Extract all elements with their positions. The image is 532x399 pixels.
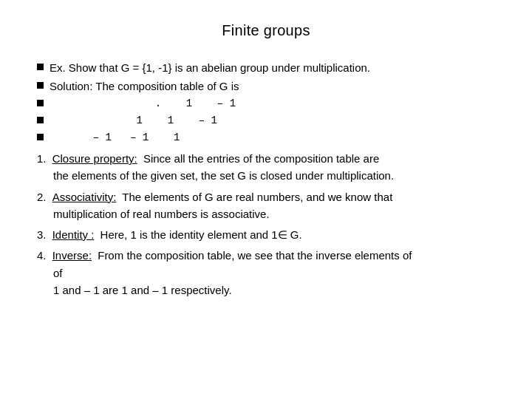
text-2: The elements of G are real numbers, and … [119,188,392,205]
numbered-item-1: 1. Closure property: Since all the entri… [37,150,495,185]
bullet-text-2: Solution: The composition table of G is [50,78,495,95]
numbered-item-4-cont: of [37,265,495,282]
text-4: From the composition table, we see that … [95,247,412,264]
bullet-row-1: Ex. Show that G = {1, -1} is an abelian … [37,60,495,77]
table-header: . 1 – 1 [50,96,236,112]
page-title: Finite groups [37,22,495,39]
bullet-row-table-row2: – 1 – 1 1 [37,130,495,146]
numbered-item-1-cont: the elements of the given set, the set G… [37,167,495,184]
label-4: Inverse: [52,247,92,264]
label-3: Identity : [52,226,95,243]
numbered-item-4: 4. Inverse: From the composition table, … [37,247,495,299]
content-area: Ex. Show that G = {1, -1} is an abelian … [37,60,495,299]
text-1: Since all the entries of the composition… [140,150,380,167]
numbered-item-4-extra: 1 and – 1 are 1 and – 1 respectively. [37,282,495,299]
numbered-item-2-cont: multiplication of real numbers is associ… [37,205,495,222]
bullet-text-1: Ex. Show that G = {1, -1} is an abelian … [50,60,495,77]
numbered-section: 1. Closure property: Since all the entri… [37,150,495,299]
bullet-icon-2 [37,82,44,89]
bullet-icon-3 [37,100,44,106]
numbered-item-3-line1: 3. Identity : Here, 1 is the identity el… [37,226,495,243]
bullet-icon-1 [37,64,44,70]
number-4: 4. [37,247,50,264]
table-row1: 1 1 – 1 [50,113,217,129]
bullet-row-table-header: . 1 – 1 [37,96,495,112]
bullet-row-2: Solution: The composition table of G is [37,78,495,95]
text-3: Here, 1 is the identity element and 1∈ G… [97,226,301,243]
page: Finite groups Ex. Show that G = {1, -1} … [0,0,532,399]
numbered-item-2-line1: 2. Associativity: The elements of G are … [37,188,495,205]
bullet-icon-5 [37,134,44,140]
bullet-section: Ex. Show that G = {1, -1} is an abelian … [37,60,495,146]
number-1: 1. [37,150,50,167]
numbered-item-4-line1: 4. Inverse: From the composition table, … [37,247,495,264]
numbered-item-2: 2. Associativity: The elements of G are … [37,188,495,223]
number-3: 3. [37,226,50,243]
bullet-row-table-row1: 1 1 – 1 [37,113,495,129]
bullet-icon-4 [37,117,44,123]
label-2: Associativity: [52,188,117,205]
label-1: Closure property: [52,150,137,167]
numbered-item-3: 3. Identity : Here, 1 is the identity el… [37,226,495,243]
table-row2: – 1 – 1 1 [50,130,180,146]
numbered-item-1-line1: 1. Closure property: Since all the entri… [37,150,495,167]
number-2: 2. [37,188,50,205]
